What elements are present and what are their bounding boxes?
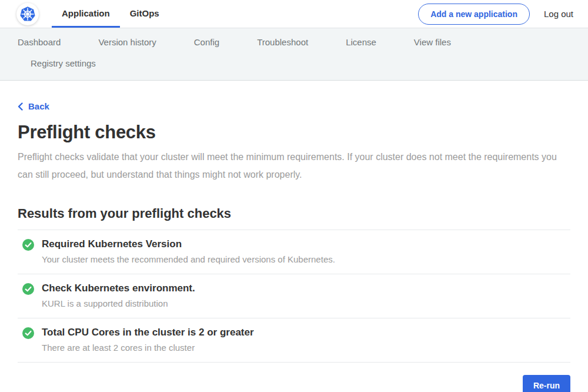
check-pass-icon [22, 327, 34, 339]
page-description: Preflight checks validate that your clus… [18, 148, 564, 184]
subnav-item-registry-settings[interactable]: Registry settings [31, 53, 96, 74]
check-pass-icon [22, 283, 34, 295]
check-title: Total CPU Cores in the cluster is 2 or g… [42, 326, 254, 338]
tab-application-label: Application [62, 8, 110, 18]
page-title: Preflight checks [18, 122, 570, 143]
chevron-left-icon [18, 102, 23, 111]
subnav-row-1: Dashboard Version history Config Trouble… [18, 32, 570, 53]
preflight-check-row: Required Kubernetes Version Your cluster… [18, 230, 570, 274]
top-tabs: Application GitOps [52, 0, 169, 28]
tab-gitops[interactable]: GitOps [120, 0, 169, 28]
header-actions: Add a new application Log out [418, 0, 573, 28]
subnav-item-dashboard[interactable]: Dashboard [18, 32, 61, 53]
logout-link[interactable]: Log out [544, 9, 573, 19]
preflight-check-row: Total CPU Cores in the cluster is 2 or g… [18, 318, 570, 363]
subnav-item-troubleshoot[interactable]: Troubleshoot [257, 32, 308, 53]
subnav-item-view-files[interactable]: View files [414, 32, 451, 53]
footer-actions: Re-run [18, 375, 570, 392]
subnav-item-license[interactable]: License [346, 32, 376, 53]
rerun-button[interactable]: Re-run [523, 375, 570, 392]
subnav-item-version-history[interactable]: Version history [98, 32, 156, 53]
check-description: Your cluster meets the recommended and r… [42, 254, 335, 265]
check-pass-icon [22, 239, 34, 251]
check-text: Total CPU Cores in the cluster is 2 or g… [42, 326, 254, 353]
results-heading: Results from your preflight checks [18, 206, 570, 221]
check-text: Required Kubernetes Version Your cluster… [42, 238, 335, 265]
back-link-label: Back [28, 101, 49, 111]
kubernetes-helm-icon [16, 3, 39, 25]
subnav-row-2: Registry settings [18, 53, 570, 74]
check-text: Check Kubernetes environment. KURL is a … [42, 282, 195, 309]
check-title: Check Kubernetes environment. [42, 282, 195, 294]
top-header: Application GitOps Add a new application… [0, 0, 588, 28]
main-content: Back Preflight checks Preflight checks v… [0, 81, 588, 392]
preflight-check-row: Check Kubernetes environment. KURL is a … [18, 274, 570, 318]
kubernetes-logo [16, 3, 39, 25]
subnav-item-config[interactable]: Config [194, 32, 219, 53]
app-subnav: Dashboard Version history Config Trouble… [0, 28, 588, 81]
check-description: There are at least 2 cores in the cluste… [42, 343, 254, 353]
tab-gitops-label: GitOps [130, 8, 159, 18]
check-title: Required Kubernetes Version [42, 238, 335, 250]
back-link[interactable]: Back [18, 101, 49, 111]
add-new-application-button[interactable]: Add a new application [418, 4, 530, 25]
tab-application[interactable]: Application [52, 0, 120, 28]
check-description: KURL is a supported distribution [42, 298, 195, 309]
